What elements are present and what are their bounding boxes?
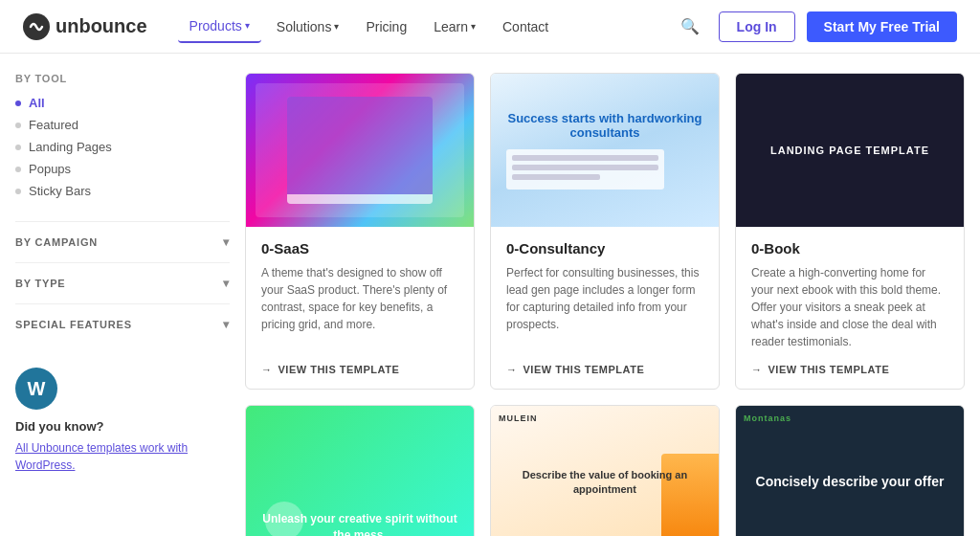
by-campaign-accordion[interactable]: BY CAMPAIGN ▾ [15, 221, 230, 262]
book-label: LANDING PAGE TEMPLATE [770, 145, 929, 156]
sidebar: BY TOOL All Featured Landing Pages Popup… [15, 73, 245, 536]
filter-sticky-bars[interactable]: Sticky Bars [15, 184, 230, 198]
nav-links: Products ▾ Solutions ▾ Pricing Learn ▾ C… [178, 11, 673, 43]
by-campaign-header[interactable]: BY CAMPAIGN ▾ [15, 235, 230, 249]
arrow-right-icon: → [751, 364, 763, 375]
nav-products[interactable]: Products ▾ [178, 11, 261, 43]
filter-popups[interactable]: Popups [15, 162, 230, 176]
special-features-header[interactable]: SPECIAL FEATURES ▾ [15, 318, 230, 331]
chevron-down-icon: ▾ [471, 21, 476, 32]
template-card-body: 0-Book Create a high-converting home for… [736, 227, 964, 389]
consultancy-form-mock [506, 149, 664, 190]
tool-filter-list: All Featured Landing Pages Popups Sticky… [15, 96, 230, 198]
chevron-down-icon: ▾ [223, 318, 230, 331]
template-card-saas: 0-SaaS A theme that's designed to show o… [245, 73, 475, 390]
wp-title: Did you know? [15, 419, 230, 434]
active-dot [15, 100, 21, 106]
view-template-link[interactable]: → VIEW THIS TEMPLATE [751, 364, 948, 375]
offer-logo-text: Montanas [744, 413, 791, 423]
view-template-link[interactable]: → VIEW THIS TEMPLATE [506, 364, 703, 375]
dot-icon [15, 145, 21, 150]
logo[interactable]: unbounce [23, 13, 147, 40]
by-tool-heading: BY TOOL [15, 73, 230, 84]
dot-icon [15, 123, 21, 128]
arrow-right-icon: → [506, 364, 518, 375]
consultancy-title-text: Success starts with hardworking consulta… [506, 111, 703, 140]
nav-learn[interactable]: Learn ▾ [422, 11, 487, 42]
search-icon: 🔍 [680, 18, 700, 34]
screen [287, 97, 434, 194]
logo-icon [23, 13, 50, 40]
template-desc: Perfect for consulting businesses, this … [506, 264, 703, 350]
template-image-saas [246, 74, 474, 227]
by-campaign-label: BY CAMPAIGN [15, 236, 98, 248]
template-card-body: 0-SaaS A theme that's designed to show o… [246, 227, 474, 389]
dot-icon [15, 189, 21, 194]
input-mock [512, 174, 600, 180]
by-type-label: BY TYPE [15, 278, 65, 289]
main-content: BY TOOL All Featured Landing Pages Popup… [0, 54, 980, 536]
template-desc: Create a high-converting home for your n… [751, 264, 948, 350]
template-card-appt: MULEIN Describe the value of booking an … [490, 405, 720, 536]
template-card-offer: Montanas Concisely describe your offer →… [735, 405, 965, 536]
template-image-offer: Montanas Concisely describe your offer [736, 406, 964, 536]
wordpress-icon: W [15, 368, 57, 410]
view-template-link[interactable]: → VIEW THIS TEMPLATE [261, 364, 458, 375]
login-button[interactable]: Log In [719, 11, 795, 42]
template-card-green: Unleash your creative spirit without the… [245, 405, 475, 536]
nav-solutions[interactable]: Solutions ▾ [265, 11, 351, 42]
chevron-down-icon: ▾ [223, 235, 230, 249]
nav-right: 🔍 Log In Start My Free Trial [673, 11, 957, 42]
circle-graphic [265, 502, 303, 536]
input-mock [512, 155, 658, 161]
offer-text: Concisely describe your offer [741, 458, 960, 507]
navbar: unbounce Products ▾ Solutions ▾ Pricing … [0, 0, 980, 54]
template-title: 0-Book [751, 240, 948, 257]
dot-icon [15, 167, 21, 172]
filter-landing-pages[interactable]: Landing Pages [15, 140, 230, 154]
template-image-green: Unleash your creative spirit without the… [246, 406, 474, 536]
arrow-right-icon: → [261, 364, 273, 375]
filter-featured[interactable]: Featured [15, 118, 230, 132]
chevron-down-icon: ▾ [334, 21, 339, 32]
book-mockup: LANDING PAGE TEMPLATE [770, 145, 929, 156]
template-card-book: LANDING PAGE TEMPLATE 0-Book Create a hi… [735, 73, 965, 390]
special-features-label: SPECIAL FEATURES [15, 319, 132, 330]
wp-link[interactable]: All Unbounce templates work with WordPre… [15, 441, 188, 472]
base [287, 194, 434, 204]
appt-logo-text: MULEIN [499, 413, 538, 423]
appt-text: Describe the value of booking an appoint… [491, 460, 719, 505]
trial-button[interactable]: Start My Free Trial [807, 11, 957, 42]
search-button[interactable]: 🔍 [673, 13, 707, 39]
template-title: 0-SaaS [261, 240, 458, 257]
template-image-book: LANDING PAGE TEMPLATE [736, 74, 964, 227]
saas-mockup [256, 83, 464, 217]
template-title: 0-Consultancy [506, 240, 703, 257]
input-mock [512, 165, 658, 170]
special-features-accordion[interactable]: SPECIAL FEATURES ▾ [15, 303, 230, 345]
template-grid: 0-SaaS A theme that's designed to show o… [245, 73, 965, 536]
consultancy-mockup: Success starts with hardworking consulta… [491, 96, 719, 205]
laptop-graphic [287, 97, 434, 204]
chevron-down-icon: ▾ [223, 277, 230, 290]
chevron-down-icon: ▾ [245, 20, 250, 31]
template-card-body: 0-Consultancy Perfect for consulting bus… [491, 227, 719, 389]
by-type-header[interactable]: BY TYPE ▾ [15, 277, 230, 290]
template-image-appt: MULEIN Describe the value of booking an … [491, 406, 719, 536]
by-type-accordion[interactable]: BY TYPE ▾ [15, 262, 230, 303]
template-image-consultancy: Success starts with hardworking consulta… [491, 74, 719, 227]
logo-text: unbounce [56, 15, 147, 37]
template-desc: A theme that's designed to show off your… [261, 264, 458, 350]
nav-contact[interactable]: Contact [491, 11, 560, 42]
nav-pricing[interactable]: Pricing [354, 11, 418, 42]
wordpress-info: W Did you know? All Unbounce templates w… [15, 368, 230, 474]
template-card-consultancy: Success starts with hardworking consulta… [490, 73, 720, 390]
filter-all[interactable]: All [15, 96, 230, 110]
